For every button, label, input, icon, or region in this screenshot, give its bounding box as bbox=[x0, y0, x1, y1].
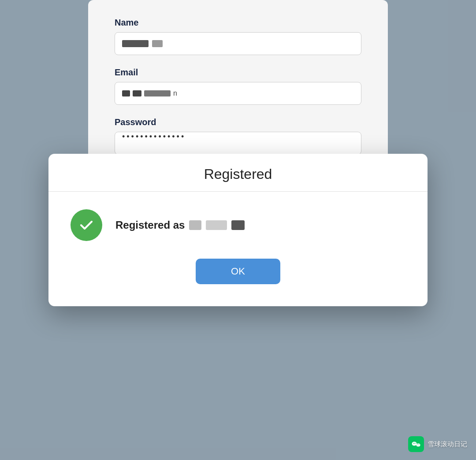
modal-header: Registered bbox=[48, 154, 428, 192]
svg-point-1 bbox=[416, 444, 420, 447]
success-icon bbox=[71, 209, 102, 241]
registered-text: Registered as bbox=[115, 219, 245, 231]
username-redacted-2 bbox=[206, 220, 227, 230]
watermark-label: 雪球滚动日记 bbox=[428, 440, 467, 449]
modal-content-row: Registered as bbox=[71, 209, 405, 241]
wechat-icon bbox=[408, 436, 424, 452]
registered-modal: Registered Registered as OK bbox=[48, 154, 428, 306]
ok-button[interactable]: OK bbox=[196, 259, 280, 284]
watermark: 雪球滚动日记 bbox=[408, 436, 467, 452]
svg-point-4 bbox=[417, 445, 418, 445]
modal-overlay: Registered Registered as OK bbox=[0, 0, 476, 460]
svg-point-2 bbox=[413, 443, 414, 444]
username-redacted-3 bbox=[231, 220, 245, 230]
svg-point-0 bbox=[412, 442, 417, 446]
redacted-username bbox=[189, 220, 245, 230]
svg-point-5 bbox=[419, 445, 420, 445]
svg-point-3 bbox=[415, 443, 416, 444]
modal-title: Registered bbox=[66, 166, 410, 182]
username-redacted-1 bbox=[189, 220, 201, 230]
modal-body: Registered as OK bbox=[48, 192, 428, 306]
